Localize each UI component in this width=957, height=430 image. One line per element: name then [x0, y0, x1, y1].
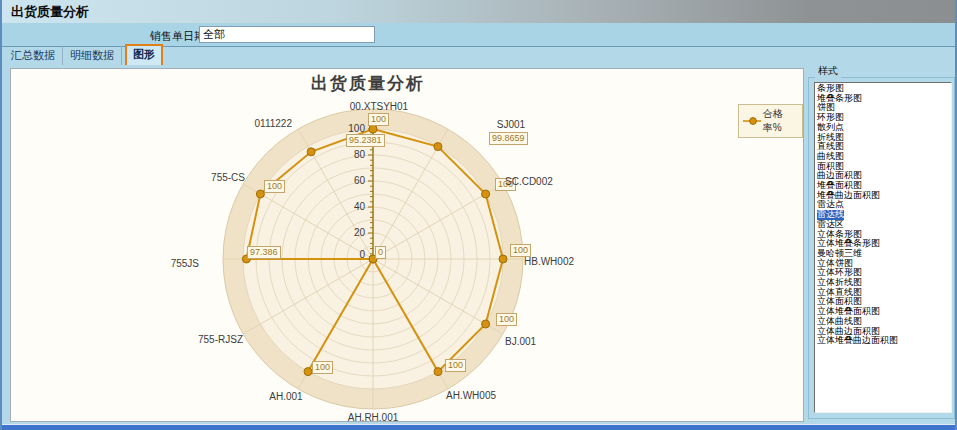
- category-label: 755-CS: [211, 172, 245, 183]
- data-point[interactable]: [307, 148, 315, 156]
- category-label: AH.WH005: [446, 390, 496, 401]
- tab-detail-data[interactable]: 明细数据: [63, 46, 122, 65]
- style-groupbox-title: 样式: [815, 64, 841, 78]
- category-label: 00.XTSYH01: [350, 101, 408, 112]
- category-label: AH.RH.001: [348, 412, 399, 423]
- category-label: 755JS: [171, 258, 199, 269]
- date-filter-input[interactable]: [199, 26, 375, 43]
- style-option[interactable]: 堆叠条形图: [815, 94, 951, 104]
- window-bottom-edge: [2, 424, 955, 430]
- value-label: 97.386: [247, 246, 281, 259]
- data-point[interactable]: [482, 320, 490, 328]
- category-label: BJ.001: [505, 336, 536, 347]
- value-label: 100: [445, 359, 466, 372]
- value-label: 100: [312, 361, 333, 374]
- app-window: 出货质量分析 销售单日期 汇总数据明细数据图形 出货质量分析 合格率% 1009…: [0, 0, 957, 430]
- axis-tick-label: 0: [335, 249, 365, 260]
- filter-label: 销售单日期: [150, 29, 205, 44]
- axis-tick-label: 20: [335, 227, 365, 238]
- value-label: 99.8659: [489, 132, 528, 145]
- axis-tick-label: 80: [335, 149, 365, 160]
- data-point[interactable]: [434, 368, 442, 376]
- axis-tick-label: 40: [335, 201, 365, 212]
- value-label: 100: [368, 113, 389, 126]
- legend-line-marker-icon: [743, 116, 761, 126]
- value-label: 100: [264, 180, 285, 193]
- chart-panel: 出货质量分析 合格率% 10099.8659100100100100010009…: [10, 68, 804, 422]
- window-title: 出货质量分析: [2, 0, 955, 23]
- style-option-label: 立体堆叠曲边面积图: [817, 336, 898, 346]
- data-point[interactable]: [499, 255, 507, 263]
- data-point[interactable]: [369, 125, 377, 133]
- legend: 合格率%: [738, 104, 803, 138]
- tab-summary-data[interactable]: 汇总数据: [4, 46, 63, 65]
- tab-bar: 汇总数据明细数据图形: [4, 48, 163, 65]
- tab-graph[interactable]: 图形: [125, 44, 163, 65]
- category-label: SJ001: [497, 119, 525, 130]
- value-label: 95.2381: [346, 134, 385, 147]
- value-label: 0: [375, 246, 386, 259]
- style-listbox[interactable]: 条形图堆叠条形图饼图环形图散列点折线图直线图曲线图面积图曲边面积图堆叠面积图堆叠…: [814, 82, 952, 413]
- value-label: 100: [496, 313, 517, 326]
- category-label: 0111222: [255, 118, 292, 129]
- category-label: 755-RJSZ: [198, 334, 243, 345]
- data-point[interactable]: [482, 190, 490, 198]
- style-option[interactable]: 立体堆叠曲边面积图: [815, 336, 951, 346]
- category-label: AH.001: [269, 391, 302, 402]
- legend-label: 合格率%: [763, 107, 797, 135]
- category-label: SC.CD002: [505, 176, 553, 187]
- data-point[interactable]: [304, 368, 312, 376]
- axis-tick-label: 100: [335, 123, 365, 134]
- category-label: HB.WH002: [524, 256, 574, 267]
- radar-chart: [11, 69, 803, 421]
- data-point[interactable]: [434, 143, 442, 151]
- axis-tick-label: 60: [335, 175, 365, 186]
- chart-title: 出货质量分析: [11, 72, 725, 95]
